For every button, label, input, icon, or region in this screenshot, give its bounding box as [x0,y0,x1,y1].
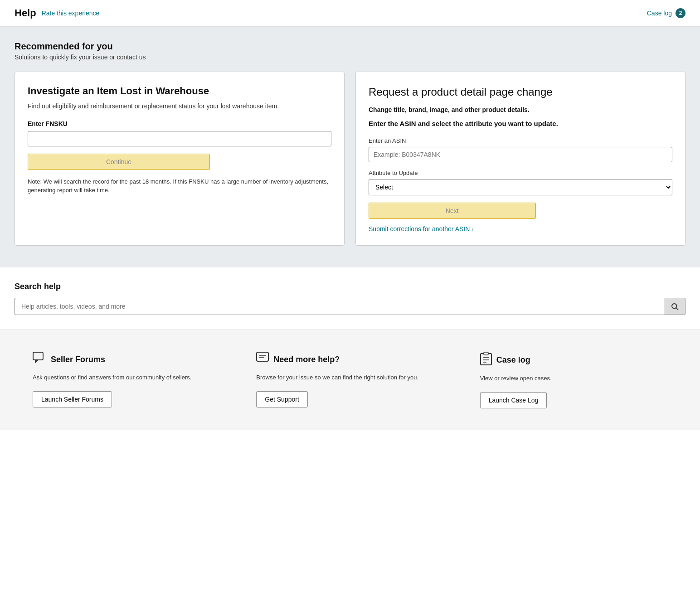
search-icon [671,302,679,310]
search-title: Search help [15,282,685,291]
asin-label: Enter an ASIN [369,137,672,144]
case-log-footer-desc: View or review open cases. [480,374,552,383]
case-log-footer-title: Case log [496,355,530,365]
lost-warehouse-title: Investigate an Item Lost in Warehouse [28,85,331,98]
svg-rect-3 [257,352,268,361]
launch-seller-forums-button[interactable]: Launch Seller Forums [33,391,112,407]
footer-col-seller-forums: Seller Forums Ask questions or find answ… [15,352,238,408]
search-button[interactable] [664,298,685,315]
case-log-header-link[interactable]: Case log [647,10,672,17]
need-help-title: Need more help? [273,355,340,364]
fnsku-note: Note: We will search the record for the … [28,177,331,195]
header-right: Case log 2 [647,8,685,18]
product-detail-title: Request a product detail page change [369,85,672,99]
need-help-desc: Browse for your issue so we can find the… [256,373,418,382]
seller-forums-desc: Ask questions or find answers from our c… [33,373,191,382]
chat-icon [33,352,46,364]
footer-col-need-help: Need more help? Browse for your issue so… [238,352,462,408]
submit-another-link[interactable]: Submit corrections for another ASIN › [369,225,473,233]
lost-warehouse-card: Investigate an Item Lost in Warehouse Fi… [15,72,345,246]
svg-line-1 [676,308,678,310]
cards-row: Investigate an Item Lost in Warehouse Fi… [15,72,685,246]
attribute-label: Attribute to Update [369,170,672,176]
case-log-badge: 2 [676,8,685,18]
attribute-select[interactable]: Select Title Brand Image Description Bul… [369,179,672,195]
need-help-header: Need more help? [256,352,340,368]
clipboard-icon [480,352,492,365]
search-section: Search help [0,267,700,330]
recommended-title: Recommended for you [15,41,685,52]
asin-input[interactable] [369,147,672,162]
help-title: Help [15,7,36,19]
footer-section: Seller Forums Ask questions or find answ… [0,330,700,430]
header-left: Help Rate this experience [15,7,99,19]
svg-rect-2 [33,352,43,360]
get-support-button[interactable]: Get Support [256,391,308,407]
recommended-subtitle: Solutions to quickly fix your issue or c… [15,53,685,61]
footer-cols: Seller Forums Ask questions or find answ… [15,352,685,408]
product-detail-instructions: Enter the ASIN and select the attribute … [369,119,672,128]
search-bar-row [15,298,685,315]
submit-another-chevron: › [472,226,473,233]
rate-experience-link[interactable]: Rate this experience [42,10,100,17]
svg-rect-7 [484,352,488,355]
seller-forums-header: Seller Forums [33,352,105,368]
seller-forums-title: Seller Forums [51,355,105,364]
fnsku-label: Enter FNSKU [28,120,331,127]
continue-button[interactable]: Continue [28,154,210,170]
lost-warehouse-subtitle: Find out eligibility and reimbursement o… [28,102,331,111]
footer-col-case-log: Case log View or review open cases. Laun… [462,352,685,408]
need-help-icon [256,352,269,368]
header: Help Rate this experience Case log 2 [0,0,700,27]
message-icon [256,352,269,364]
seller-forums-icon [33,352,46,368]
product-detail-bold-line: Change title, brand, image, and other pr… [369,106,672,113]
launch-case-log-button[interactable]: Launch Case Log [480,392,547,408]
case-log-footer-icon [480,352,492,369]
fnsku-input[interactable] [28,131,331,146]
search-input[interactable] [15,298,664,315]
next-button[interactable]: Next [369,203,536,219]
product-detail-card: Request a product detail page change Cha… [355,72,685,246]
case-log-footer-header: Case log [480,352,530,369]
recommended-section: Recommended for you Solutions to quickly… [0,27,700,267]
